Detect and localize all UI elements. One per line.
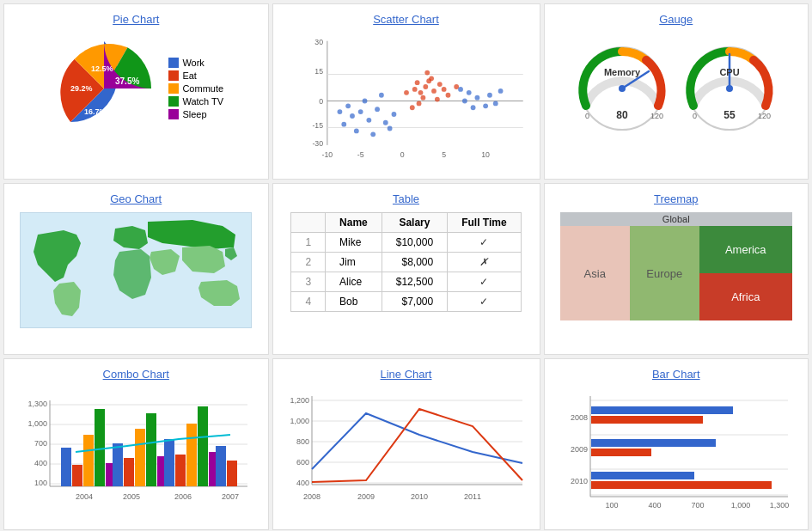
svg-text:120: 120	[650, 112, 663, 120]
legend-eat-label: Eat	[182, 70, 197, 81]
treemap-europe: Europe	[630, 226, 699, 320]
svg-text:100: 100	[34, 479, 47, 487]
svg-rect-92	[186, 424, 197, 486]
svg-text:-30: -30	[312, 139, 323, 148]
svg-rect-82	[83, 435, 94, 486]
svg-text:2006: 2006	[174, 492, 192, 501]
svg-text:1,300: 1,300	[28, 400, 48, 408]
table-cell-num: 3	[291, 272, 326, 292]
svg-point-56	[619, 85, 626, 92]
svg-text:0: 0	[400, 150, 404, 159]
treemap-card: Treemap Global Asia Europe America Afric…	[544, 183, 809, 355]
svg-point-37	[345, 103, 351, 108]
svg-point-29	[454, 84, 459, 89]
table-cell-name: Bob	[326, 292, 382, 312]
svg-text:2009: 2009	[571, 445, 588, 454]
table-cell-salary: $7,000	[382, 292, 447, 312]
svg-text:80: 80	[616, 109, 628, 121]
svg-point-25	[424, 70, 430, 76]
svg-text:1,000: 1,000	[290, 417, 309, 425]
table-cell-num: 1	[291, 233, 326, 253]
svg-text:120: 120	[758, 112, 771, 120]
svg-rect-130	[591, 472, 694, 479]
bar-chart-title[interactable]: Bar Chart	[652, 368, 700, 381]
svg-rect-93	[198, 406, 208, 486]
svg-point-23	[441, 87, 446, 92]
treemap-body: Asia Europe America Africa	[560, 226, 792, 320]
svg-rect-85	[113, 443, 123, 486]
pie-chart-title[interactable]: Pie Chart	[113, 13, 159, 26]
geo-chart-card: Geo Chart	[3, 183, 269, 355]
table-row: 3 Alice $12,500 ✓	[291, 272, 521, 292]
legend-commute-color	[168, 83, 179, 94]
svg-point-24	[416, 101, 421, 107]
svg-point-49	[483, 103, 488, 108]
svg-text:2004: 2004	[76, 492, 93, 501]
svg-text:1,200: 1,200	[290, 396, 309, 405]
table-header-name: Name	[326, 213, 382, 233]
svg-point-43	[370, 131, 375, 137]
legend-work-label: Work	[182, 58, 204, 68]
svg-rect-129	[591, 449, 651, 456]
svg-rect-90	[164, 439, 174, 486]
cpu-gauge-svg: CPU 55 0 120	[681, 33, 779, 131]
svg-text:Memory: Memory	[604, 67, 641, 77]
gauge-card: Gauge Memory 80 0 120	[544, 3, 809, 180]
table-title[interactable]: Table	[393, 192, 419, 205]
svg-text:-5: -5	[357, 150, 363, 159]
svg-point-34	[366, 118, 371, 123]
svg-point-26	[434, 97, 439, 102]
table-cell-fulltime: ✗	[448, 253, 521, 272]
table-cell-fulltime: ✓	[448, 292, 521, 312]
table-cell-name: Jim	[326, 253, 382, 272]
gauge-title[interactable]: Gauge	[659, 13, 693, 26]
svg-text:15: 15	[314, 67, 323, 76]
svg-rect-81	[72, 465, 82, 486]
svg-text:2008: 2008	[571, 413, 588, 422]
svg-point-40	[362, 99, 367, 104]
svg-point-51	[487, 93, 492, 98]
memory-gauge-svg: Memory 80 0 120	[573, 33, 672, 131]
svg-text:30: 30	[314, 38, 323, 46]
svg-point-28	[445, 93, 450, 98]
svg-rect-80	[61, 448, 71, 486]
svg-text:2008: 2008	[302, 492, 320, 501]
svg-text:700: 700	[34, 439, 47, 448]
svg-text:10: 10	[481, 150, 490, 159]
svg-point-44	[337, 109, 342, 114]
svg-text:1,300: 1,300	[769, 501, 789, 510]
svg-point-41	[379, 93, 384, 98]
table-row: 4 Bob $7,000 ✓	[291, 292, 521, 312]
svg-rect-88	[146, 413, 156, 486]
table-header-num	[291, 213, 326, 233]
svg-text:0: 0	[319, 97, 323, 106]
svg-text:2010: 2010	[410, 492, 427, 501]
table-cell-salary: $10,000	[382, 233, 447, 253]
svg-point-20	[437, 82, 442, 87]
geo-chart-title[interactable]: Geo Chart	[110, 192, 162, 205]
treemap-right: America Africa	[699, 226, 792, 320]
svg-point-27	[404, 90, 409, 95]
svg-text:100: 100	[605, 501, 618, 510]
svg-point-52	[492, 101, 498, 107]
svg-text:CPU: CPU	[719, 67, 739, 77]
treemap-title[interactable]: Treemap	[654, 192, 699, 205]
scatter-chart-title[interactable]: Scatter Chart	[373, 13, 439, 26]
svg-point-35	[375, 107, 380, 112]
table-cell-name: Mike	[326, 233, 382, 253]
data-table: Name Salary Full Time 1 Mike $10,000 ✓ 2…	[290, 212, 521, 312]
svg-point-53	[498, 88, 503, 94]
svg-point-45	[461, 99, 467, 104]
svg-rect-86	[124, 458, 134, 486]
line-chart-title[interactable]: Line Chart	[381, 368, 432, 381]
legend-eat-color	[168, 70, 179, 81]
svg-text:600: 600	[296, 458, 308, 467]
table-row: 2 Jim $8,000 ✗	[291, 253, 521, 272]
table-header-salary: Salary	[382, 213, 447, 233]
bar-chart-svg: 2008 2009 2010 100 400 700 1,000	[560, 388, 792, 512]
legend-watchtv-label: Watch TV	[182, 96, 223, 107]
combo-chart-title[interactable]: Combo Chart	[103, 368, 169, 381]
table-header-fulltime: Full Time	[448, 213, 521, 233]
pie-chart-svg: 37.5% 16.7% 12.5% 29.2%	[48, 33, 160, 144]
legend-work: Work	[168, 58, 223, 68]
